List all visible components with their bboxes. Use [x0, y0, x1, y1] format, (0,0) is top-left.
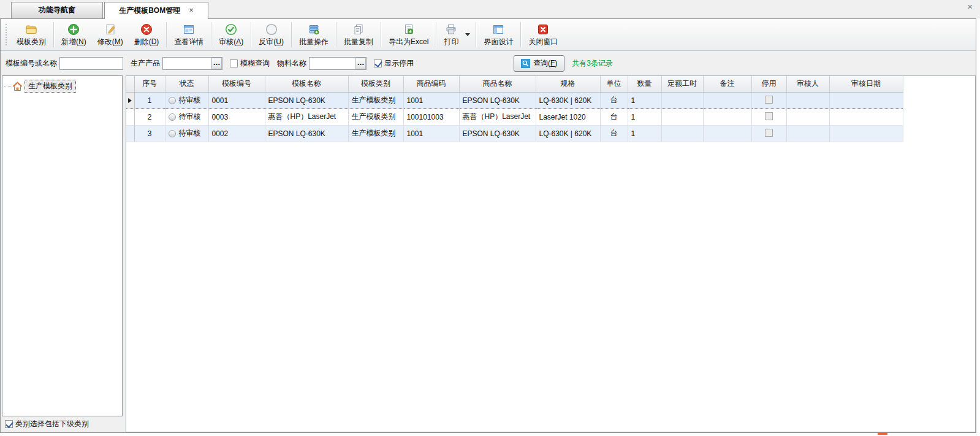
cell-disabled[interactable]: [751, 125, 786, 142]
col-product-code[interactable]: 商品编码: [403, 76, 459, 92]
bom-grid: 序号 状态 模板编号 模板名称 模板类别 商品编码 商品名称 规格 单位 数量 …: [126, 75, 976, 432]
view-details-button[interactable]: 查看详情: [169, 19, 209, 50]
col-status[interactable]: 状态: [165, 76, 208, 92]
tab-label: 功能导航窗: [39, 6, 75, 14]
tab-close-icon[interactable]: ×: [189, 2, 194, 18]
cell-std-hours[interactable]: [661, 109, 703, 125]
cell-remark[interactable]: [703, 92, 751, 109]
cell-status[interactable]: 待审核: [165, 92, 208, 109]
cell-std-hours[interactable]: [661, 92, 703, 109]
approve-button[interactable]: 审核(A): [213, 19, 249, 50]
cell-template-code[interactable]: 0002: [208, 125, 265, 142]
cell-spec[interactable]: LaserJet 1020: [536, 109, 600, 125]
col-disabled[interactable]: 停用: [751, 76, 786, 92]
cell-unit[interactable]: 台: [600, 109, 628, 125]
cell-remark[interactable]: [703, 109, 751, 125]
cell-product-code[interactable]: 100101003: [403, 109, 459, 125]
cell-qty[interactable]: 1: [628, 92, 661, 109]
button-label: 修改(M): [97, 37, 123, 47]
cell-seq[interactable]: 1: [134, 92, 165, 109]
modify-button[interactable]: 修改(M): [92, 19, 129, 50]
col-seq[interactable]: 序号: [134, 76, 165, 92]
cell-product-code[interactable]: 1001: [403, 125, 459, 142]
print-button[interactable]: 打印: [438, 21, 464, 48]
cell-unit[interactable]: 台: [600, 92, 628, 109]
cell-product-name[interactable]: 惠普（HP）LaserJet: [459, 109, 536, 125]
cell-std-hours[interactable]: [661, 125, 703, 142]
col-remark[interactable]: 备注: [703, 76, 751, 92]
cell-seq[interactable]: 3: [134, 125, 165, 142]
delete-button[interactable]: 删除(D): [129, 19, 165, 50]
tree-root-item[interactable]: 生产模板类别: [2, 80, 122, 93]
cell-status[interactable]: 待审核: [165, 125, 208, 142]
query-button[interactable]: 查询(F): [514, 55, 564, 72]
product-browse-button[interactable]: …: [211, 58, 222, 69]
col-product-name[interactable]: 商品名称: [459, 76, 536, 92]
col-template-code[interactable]: 模板编号: [208, 76, 265, 92]
cell-seq[interactable]: 2: [134, 109, 165, 125]
search-icon: [521, 59, 530, 68]
table-row[interactable]: 2 待审核 0003 惠普（HP）LaserJet 生产模板类别 1001010…: [126, 109, 903, 125]
pending-status-icon: [169, 113, 176, 121]
cell-spec[interactable]: LQ-630K | 620K: [536, 125, 600, 142]
col-qty[interactable]: 数量: [628, 76, 661, 92]
cell-template-category[interactable]: 生产模板类别: [348, 125, 403, 142]
col-std-hours[interactable]: 定额工时: [661, 76, 703, 92]
cell-product-code[interactable]: 1001: [403, 92, 459, 109]
cell-template-name[interactable]: EPSON LQ-630K: [265, 92, 348, 109]
print-dropdown-arrow[interactable]: [465, 33, 470, 36]
ui-design-button[interactable]: 界面设计: [478, 19, 518, 50]
material-browse-button[interactable]: …: [355, 58, 366, 69]
show-disabled-checkbox[interactable]: [374, 59, 382, 67]
tab-production-template-bom[interactable]: 生产模板BOM管理×: [104, 2, 208, 19]
cell-audit-date[interactable]: [829, 125, 903, 142]
col-spec[interactable]: 规格: [536, 76, 600, 92]
cell-disabled[interactable]: [751, 109, 786, 125]
cell-auditor[interactable]: [786, 109, 829, 125]
col-template-category[interactable]: 模板类别: [348, 76, 403, 92]
cell-qty[interactable]: 1: [628, 109, 661, 125]
fuzzy-query-checkbox[interactable]: [230, 59, 238, 67]
batch-operation-button[interactable]: 批量操作: [294, 19, 334, 50]
cell-qty[interactable]: 1: [628, 125, 661, 142]
cell-remark[interactable]: [703, 125, 751, 142]
window-close-icon[interactable]: ×: [967, 1, 973, 12]
cell-template-code[interactable]: 0001: [208, 92, 265, 109]
table-row[interactable]: 3 待审核 0002 EPSON LQ-630K 生产模板类别 1001 EPS…: [126, 125, 903, 142]
toolbar-grip[interactable]: [6, 24, 9, 45]
disabled-checkbox: [765, 129, 773, 137]
toolbar: 模板类别 新增(N) 修改(M) 删除(D): [1, 19, 976, 51]
cell-product-name[interactable]: EPSON LQ-630K: [459, 92, 536, 109]
cell-template-category[interactable]: 生产模板类别: [348, 109, 403, 125]
template-code-input[interactable]: [59, 57, 123, 70]
unapprove-button[interactable]: 反审(U): [253, 19, 289, 50]
cell-template-name[interactable]: 惠普（HP）LaserJet: [265, 109, 348, 125]
col-unit[interactable]: 单位: [600, 76, 628, 92]
cell-unit[interactable]: 台: [600, 125, 628, 142]
table-row[interactable]: 1 待审核 0001 EPSON LQ-630K 生产模板类别 1001 EPS…: [126, 92, 903, 109]
cell-auditor[interactable]: [786, 125, 829, 142]
cell-status[interactable]: 待审核: [165, 109, 208, 125]
col-audit-date[interactable]: 审核日期: [829, 76, 903, 92]
cell-product-name[interactable]: EPSON LQ-630K: [459, 125, 536, 142]
batch-copy-button[interactable]: 批量复制: [338, 19, 379, 50]
template-category-button[interactable]: 模板类别: [11, 19, 51, 50]
cell-template-name[interactable]: EPSON LQ-630K: [265, 125, 348, 142]
ui-design-icon: [492, 23, 504, 36]
tab-function-nav[interactable]: 功能导航窗: [11, 2, 103, 18]
cell-disabled[interactable]: [751, 92, 786, 109]
cell-template-code[interactable]: 0003: [208, 109, 265, 125]
cell-template-category[interactable]: 生产模板类别: [348, 92, 403, 109]
cell-auditor[interactable]: [786, 92, 829, 109]
cell-spec[interactable]: LQ-630K | 620K: [536, 92, 600, 109]
cell-audit-date[interactable]: [829, 92, 903, 109]
add-button[interactable]: 新增(N): [56, 19, 92, 50]
approve-icon: [225, 23, 237, 36]
cell-audit-date[interactable]: [829, 109, 903, 125]
include-sub-checkbox[interactable]: [5, 420, 13, 428]
close-window-button[interactable]: 关闭窗口: [523, 19, 563, 50]
col-auditor[interactable]: 审核人: [786, 76, 829, 92]
col-template-name[interactable]: 模板名称: [265, 76, 348, 92]
export-excel-button[interactable]: 导出为Excel: [383, 19, 434, 50]
toolbar-separator: [520, 22, 521, 47]
